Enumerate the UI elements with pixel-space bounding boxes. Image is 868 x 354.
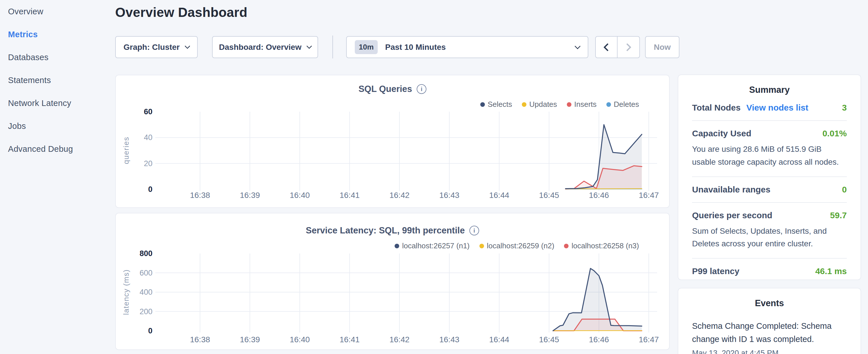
svg-text:16:40: 16:40 bbox=[290, 191, 310, 200]
svg-text:16:47: 16:47 bbox=[639, 335, 659, 344]
controls-divider bbox=[333, 35, 333, 58]
time-step-back-button[interactable] bbox=[596, 37, 618, 58]
chevron-right-icon bbox=[623, 43, 631, 51]
svg-text:16:42: 16:42 bbox=[390, 335, 409, 344]
time-step-forward-button[interactable] bbox=[618, 37, 639, 58]
events-panel: Events Schema Change Completed: Schema c… bbox=[678, 288, 861, 354]
svg-text:16:43: 16:43 bbox=[439, 335, 459, 344]
legend-dot-icon bbox=[564, 244, 568, 248]
chart-legend: localhost:26257 (n1)localhost:26259 (n2)… bbox=[395, 242, 639, 250]
summary-row-queries-per-second: Queries per second 59.7 Sum of Selects, … bbox=[692, 203, 847, 259]
svg-text:16:45: 16:45 bbox=[539, 191, 559, 200]
svg-text:60: 60 bbox=[144, 107, 152, 116]
time-range-selector[interactable]: 10m Past 10 Minutes bbox=[346, 36, 588, 58]
summary-row-value: 59.7 bbox=[830, 211, 847, 220]
summary-panel: Summary Total Nodes View nodes list 3 Ca… bbox=[678, 74, 861, 280]
svg-text:16:38: 16:38 bbox=[190, 191, 210, 200]
sidebar-item-network-latency[interactable]: Network Latency bbox=[0, 92, 115, 115]
summary-row-label: Unavailable ranges bbox=[692, 185, 770, 194]
page-title: Overview Dashboard bbox=[115, 5, 247, 20]
sidebar-item-statements[interactable]: Statements bbox=[0, 69, 115, 92]
legend-dot-icon bbox=[607, 102, 611, 107]
sidebar-item-metrics[interactable]: Metrics bbox=[0, 23, 115, 46]
time-range-label: Past 10 Minutes bbox=[385, 43, 446, 52]
svg-text:queries: queries bbox=[122, 137, 130, 164]
svg-text:16:40: 16:40 bbox=[290, 335, 310, 344]
svg-text:800: 800 bbox=[140, 249, 152, 258]
svg-text:16:43: 16:43 bbox=[439, 191, 459, 200]
summary-row-value: 3 bbox=[842, 103, 847, 112]
now-button-label: Now bbox=[654, 43, 671, 52]
info-icon[interactable] bbox=[417, 84, 426, 94]
legend-item[interactable]: localhost:26258 (n3) bbox=[564, 242, 639, 250]
graph-dropdown[interactable]: Graph: Cluster bbox=[115, 36, 198, 58]
legend-item[interactable]: localhost:26257 (n1) bbox=[395, 242, 470, 250]
time-range-badge: 10m bbox=[355, 40, 378, 54]
sidebar-item-overview[interactable]: Overview bbox=[0, 0, 115, 23]
dashboard-dropdown[interactable]: Dashboard: Overview bbox=[212, 36, 318, 58]
svg-text:16:44: 16:44 bbox=[489, 335, 509, 344]
time-step-buttons bbox=[595, 36, 640, 58]
svg-text:600: 600 bbox=[140, 269, 152, 277]
summary-row-label: Queries per second bbox=[692, 211, 772, 220]
legend-label: Updates bbox=[529, 100, 557, 109]
legend-dot-icon bbox=[567, 102, 571, 107]
sidebar-item-jobs[interactable]: Jobs bbox=[0, 115, 115, 137]
sql-queries-plot[interactable]: 16:3816:3916:4016:4116:4216:4316:4416:45… bbox=[116, 75, 670, 208]
chart-legend: SelectsUpdatesInsertsDeletes bbox=[480, 100, 639, 109]
graph-dropdown-label: Graph: Cluster bbox=[124, 43, 180, 52]
legend-label: localhost:26259 (n2) bbox=[487, 242, 555, 250]
summary-row-value: 46.1 ms bbox=[815, 266, 847, 276]
legend-item[interactable]: Selects bbox=[480, 100, 512, 109]
summary-row-subtext: Sum of Selects, Updates, Inserts, and De… bbox=[692, 225, 847, 251]
chevron-down-icon bbox=[185, 43, 190, 49]
svg-text:16:44: 16:44 bbox=[489, 191, 509, 200]
summary-row-label: Total Nodes bbox=[692, 103, 741, 112]
legend-label: localhost:26257 (n1) bbox=[402, 242, 470, 250]
svg-text:16:46: 16:46 bbox=[589, 191, 609, 200]
summary-row-value: 0.01% bbox=[823, 129, 847, 138]
chevron-down-icon bbox=[575, 43, 581, 49]
view-nodes-list-link[interactable]: View nodes list bbox=[746, 103, 808, 112]
svg-text:16:39: 16:39 bbox=[240, 335, 260, 344]
summary-row-total-nodes: Total Nodes View nodes list 3 bbox=[692, 95, 847, 121]
sidebar-item-databases[interactable]: Databases bbox=[0, 46, 115, 69]
svg-text:200: 200 bbox=[140, 307, 152, 316]
legend-item[interactable]: localhost:26259 (n2) bbox=[479, 242, 555, 250]
info-icon[interactable] bbox=[469, 226, 479, 235]
legend-item[interactable]: Deletes bbox=[607, 100, 639, 109]
chart-title: SQL Queries bbox=[359, 84, 412, 94]
event-message[interactable]: Schema Change Completed: Schema change w… bbox=[692, 319, 847, 346]
svg-text:16:42: 16:42 bbox=[390, 191, 409, 200]
legend-label: Selects bbox=[488, 100, 512, 109]
summary-row-unavailable-ranges: Unavailable ranges 0 bbox=[692, 177, 847, 203]
summary-row-label: P99 latency bbox=[692, 266, 739, 276]
svg-text:0: 0 bbox=[148, 185, 152, 194]
sidebar: Overview Metrics Databases Statements Ne… bbox=[0, 0, 115, 354]
legend-dot-icon bbox=[522, 102, 526, 107]
summary-row-subtext: You are using 28.6 MiB of 515.9 GiB usab… bbox=[692, 143, 847, 169]
svg-text:400: 400 bbox=[140, 288, 152, 296]
sidebar-item-advanced-debug[interactable]: Advanced Debug bbox=[0, 137, 115, 160]
sql-queries-chart-card: SQL Queries SelectsUpdatesInsertsDeletes… bbox=[115, 75, 670, 208]
svg-text:20: 20 bbox=[144, 159, 152, 168]
legend-label: Inserts bbox=[574, 100, 597, 109]
dashboard-dropdown-label: Dashboard: Overview bbox=[219, 43, 302, 52]
svg-text:16:45: 16:45 bbox=[539, 335, 559, 344]
legend-item[interactable]: Updates bbox=[522, 100, 557, 109]
sidebar-nav-list: Overview Metrics Databases Statements Ne… bbox=[0, 0, 115, 160]
legend-label: Deletes bbox=[614, 100, 639, 109]
summary-row-value: 0 bbox=[842, 185, 847, 194]
svg-text:16:47: 16:47 bbox=[639, 191, 659, 200]
summary-row-p99-latency: P99 latency 46.1 ms bbox=[692, 259, 847, 284]
summary-row-capacity-used: Capacity Used 0.01% You are using 28.6 M… bbox=[692, 121, 847, 177]
now-button[interactable]: Now bbox=[645, 36, 679, 58]
svg-text:40: 40 bbox=[144, 133, 152, 142]
service-latency-chart-card: Service Latency: SQL, 99th percentile lo… bbox=[115, 213, 670, 350]
svg-text:16:46: 16:46 bbox=[589, 335, 609, 344]
chart-title-row: Service Latency: SQL, 99th percentile bbox=[116, 225, 669, 236]
legend-label: localhost:26258 (n3) bbox=[571, 242, 639, 250]
summary-title: Summary bbox=[692, 84, 847, 95]
legend-item[interactable]: Inserts bbox=[567, 100, 597, 109]
svg-text:16:41: 16:41 bbox=[340, 191, 360, 200]
